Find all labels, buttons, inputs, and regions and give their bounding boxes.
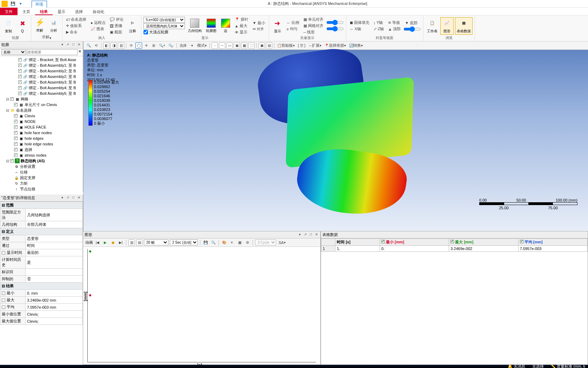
undock-icon[interactable]: ↗ (65, 42, 70, 47)
tree-item-static[interactable]: ⊟?静态结构 (A5) (6, 158, 83, 164)
pin-icon[interactable]: □ (71, 196, 76, 201)
details-row[interactable]: 最大值位置Clevis; (0, 318, 83, 325)
legend-icon[interactable]: ≡ (229, 239, 235, 246)
tree-item-ns-stressnodes[interactable]: ▣stress nodes (6, 152, 83, 158)
th-min[interactable]: 最小 [mm] (380, 239, 449, 246)
vector-slider-2[interactable] (326, 26, 344, 32)
line-style-button[interactable]: ─线形 (302, 29, 325, 35)
cmd-button[interactable]: ▶命令 (65, 29, 88, 35)
section-button[interactable]: ▣截面 (108, 29, 125, 35)
tree-item-analysis-settings[interactable]: ⚙分析设置 (6, 164, 83, 169)
tree-item-contact-4[interactable]: 🔗绑定 - Bolt Assembly3; 至 B (6, 79, 83, 85)
zoom-graph-icon[interactable]: 🔍 (210, 239, 216, 246)
tree-item-ns-holefacenodes[interactable]: ▣hole face nodes (6, 130, 83, 136)
zoom-in-icon[interactable]: 🔍+ (158, 42, 166, 49)
graph-plot[interactable]: [mm] [s] (87, 249, 316, 362)
qat-dropdown-icon[interactable]: ▾ (17, 0, 25, 7)
z-axis-button[interactable]: ⤢Z轴 (372, 26, 386, 32)
anim-stop-icon[interactable]: ◼ (110, 239, 116, 246)
anim-mode2-icon[interactable]: ▤ (136, 239, 142, 246)
tab-display[interactable]: 显示 (53, 8, 70, 15)
tree-item-sizing[interactable]: ▦单元尺寸 on Clevis (6, 102, 83, 107)
tree-item-contact-5[interactable]: 🔗绑定 - Bolt Assembly4; 至 B (6, 85, 83, 91)
sel-fe-icon[interactable]: ▣ (259, 42, 265, 49)
dropdown-icon[interactable]: ▾ (297, 232, 302, 237)
large-vertex-checkbox[interactable]: 大顶点轮廓 (143, 29, 185, 35)
th-avg[interactable]: 平均 [mm] (518, 239, 587, 246)
vector-slider-1[interactable] (326, 20, 344, 25)
chart-button[interactable]: 📈图表 (89, 26, 107, 32)
clipboard-button[interactable]: 📋 剪贴板 ▾ (276, 42, 296, 49)
details-row[interactable]: 类型总变形 (0, 235, 83, 242)
pan-icon[interactable]: ◯ (135, 42, 142, 49)
export-icon[interactable]: 💾 (202, 239, 209, 246)
graphics-button[interactable]: 📈图形 (440, 17, 454, 35)
top-button[interactable]: ▲顶部 (387, 26, 402, 32)
details-row[interactable]: 抑制的否 (0, 276, 83, 283)
zoom-fit-icon[interactable]: 🔍 (86, 42, 92, 49)
details-group-results[interactable]: ⊟ 结果 (0, 283, 83, 290)
tabdata-button[interactable]: ▦表格数据 (455, 17, 473, 35)
tabular-data-table[interactable]: 时间 [s] 最小 [mm] 最大 [mm] 平均 [mm] 1 1. 0. 3… (321, 238, 588, 252)
zoom-reset-icon[interactable]: ⟲ (93, 42, 99, 49)
view-icon[interactable]: ◨ (111, 42, 117, 49)
tree-item-nodal-disp[interactable]: ↕节点位移 (6, 186, 83, 192)
outline-tree[interactable]: 🔗绑定 - Bracket; 至 Bolt Asse 🔗绑定 - Bolt As… (0, 56, 83, 192)
tree-item-ns-holeedges[interactable]: ▣hole edges (6, 136, 83, 141)
details-group-scope[interactable]: ⊟ 范围 (0, 202, 83, 209)
sel-node-icon[interactable]: ▦ (241, 42, 247, 49)
dropdown-icon[interactable]: ▾ (60, 42, 65, 47)
cell-align-button[interactable]: ▦单元对齐 (302, 17, 325, 22)
anim-last-icon[interactable]: ▶| (118, 239, 124, 246)
mode-button[interactable]: 模式 ▾ (196, 42, 208, 49)
tree-item-contact-3[interactable]: 🔗绑定 - Bolt Assembly2; 至 B (6, 74, 83, 79)
bottom-button[interactable]: ▼底部 (403, 20, 421, 26)
convert-button[interactable]: 🔄 转换 ▾ (348, 42, 364, 49)
tree-item-contact-uncommented-2[interactable]: 🔗绑定 - Bolt Assembly2; 至 B (6, 68, 83, 74)
details-row[interactable]: 最小值位置Clevis; (0, 311, 83, 318)
x-axis-button[interactable]: ↔X轴 (348, 26, 371, 32)
undock-icon[interactable]: ↗ (65, 196, 70, 201)
tree-item-ns-select[interactable]: ▣选择 (6, 147, 83, 152)
geometry-button[interactable]: 几何结构 (186, 18, 203, 34)
align-button[interactable]: ⇔对齐 (251, 26, 267, 32)
fit-icon[interactable]: ⊞ (151, 42, 157, 49)
select-label[interactable]: 选择 (179, 42, 188, 49)
status-unit[interactable]: 📏 度量标准 (mm, k (551, 365, 585, 368)
details-row[interactable]: 最小0. mm (0, 290, 83, 297)
tree-item-fixed-support[interactable]: 🔒固定支撑 (6, 175, 83, 180)
zoom-icon[interactable]: ✛ (143, 42, 149, 49)
anim-mode1-icon[interactable]: ▥ (128, 239, 135, 246)
large-vertex-input[interactable] (143, 30, 148, 34)
details-row[interactable]: 范围限定方法几何结构选择 (0, 209, 83, 221)
palette-icon[interactable]: 🎨 (221, 239, 227, 246)
table-row[interactable]: 1 1. 0. 3.2469e-002 7.0957e-003 (321, 246, 588, 252)
iso-view-icon[interactable]: ◧ (103, 42, 109, 49)
graphics-view[interactable]: 🔍 ⟲ ◧ ◨ ▥ ⟳ ◯ ✛ ⊞ 🔍+ 🔍- 选择 ▾ 模式 ▾ ▫ ─ ▭ … (83, 41, 588, 231)
rotate-icon[interactable]: ⟳ (128, 42, 134, 49)
sel-vertex-icon[interactable]: ▫ (212, 42, 218, 49)
sel-elem-icon[interactable]: ⬚ (248, 42, 255, 49)
scale-select[interactable]: 5.e+002 (自动缩放) (143, 17, 185, 23)
contour-button[interactable]: 轮廓图 (205, 18, 218, 34)
worksheet-button[interactable]: 📋工作表 (426, 18, 439, 34)
details-row[interactable]: 标识符 (0, 269, 83, 276)
image-button[interactable]: 🖼图像 (108, 23, 125, 29)
frames-select[interactable]: 20 帧 (144, 239, 168, 245)
th-time[interactable]: 时间 [s] (335, 239, 380, 246)
anim-first-icon[interactable]: |◀ (94, 239, 101, 246)
show-button[interactable]: 👁显示 (233, 29, 250, 35)
tree-item-ns-holeface[interactable]: ▣HOLE FACE (6, 124, 83, 130)
tree-item-ns-clevis[interactable]: ▣Clevis (6, 113, 83, 119)
comment-button[interactable]: 💬评论 (108, 17, 125, 22)
iso-button[interactable]: ≋等值 (387, 20, 402, 26)
anim-play-icon[interactable]: ▶ (102, 239, 108, 246)
sel-fe2-icon[interactable]: ▤ (266, 42, 272, 49)
vector-show-button[interactable]: ➜显示 (271, 18, 284, 34)
details-row[interactable]: 几何结构全部几何体 (0, 221, 83, 228)
select-by-button[interactable]: 📍 选择依据 ▾ (323, 42, 347, 49)
color-legend[interactable]: 0.032469 最大0.0288620.025254 0.0216460.01… (88, 80, 119, 126)
undock-icon[interactable]: ↗ (303, 232, 308, 237)
details-row[interactable]: 最大3.2469e-002 mm (0, 297, 83, 304)
delete-button[interactable]: ✖ Q (16, 18, 29, 34)
